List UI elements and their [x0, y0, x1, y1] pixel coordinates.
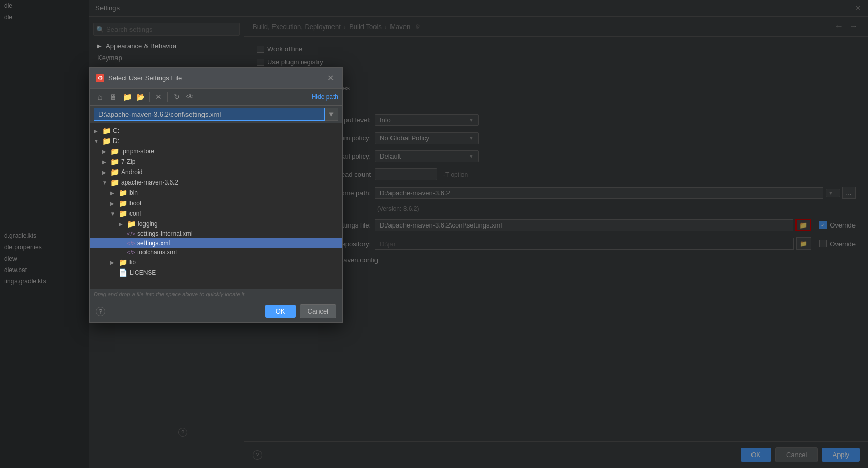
tree-item-apache-maven[interactable]: ▼ 📁 apache-maven-3.6.2	[90, 177, 342, 188]
tree-label: Android	[121, 168, 142, 176]
dialog-close-button[interactable]: ✕	[325, 72, 336, 84]
tree-arrow: ▼	[94, 138, 102, 144]
folder-icon: 📁	[119, 258, 127, 266]
xml-icon: </>	[127, 240, 135, 246]
tree-arrow: ▶	[94, 128, 102, 134]
select-user-settings-dialog: ⚙ Select User Settings File ✕ ⌂ 🖥 📁 📂 ✕ …	[89, 67, 343, 323]
folder-icon: 📁	[119, 199, 127, 207]
tree-arrow: ▶	[110, 260, 119, 265]
tree-label: bin	[129, 189, 138, 196]
tree-item-bin[interactable]: ▶ 📁 bin	[90, 188, 342, 198]
folder-icon: 📁	[102, 126, 111, 135]
tree-item-settings-xml[interactable]: </> settings.xml	[90, 238, 342, 248]
tree-arrow: ▶	[102, 159, 110, 165]
folder-icon: 📁	[127, 220, 136, 228]
folder-icon: 📁	[110, 158, 119, 166]
dialog-cancel-button[interactable]: Cancel	[300, 304, 336, 318]
tree-label: C:	[113, 127, 119, 134]
tree-label: apache-maven-3.6.2	[121, 179, 178, 186]
tree-label: conf	[129, 210, 141, 217]
ide-background: dle dle d.gradle.kts dle.properties dlew…	[0, 0, 868, 468]
tree-item-toolchains[interactable]: </> toolchains.xml	[90, 248, 342, 257]
toolbar-separator2	[167, 92, 168, 102]
folder-icon: 📁	[110, 168, 119, 176]
tree-label: settings.xml	[137, 239, 170, 247]
toolbar-refresh-button[interactable]: ↻	[170, 91, 183, 103]
dialog-help-icon[interactable]: ?	[96, 307, 105, 316]
toolbar-folder-add-button[interactable]: 📂	[134, 91, 147, 103]
toolbar-eye-button[interactable]: 👁	[184, 91, 196, 103]
tree-arrow: ▶	[102, 169, 110, 175]
tree-item-settings-internal[interactable]: </> settings-internal.xml	[90, 229, 342, 238]
tree-arrow: ▶	[110, 201, 119, 206]
tree-item-boot[interactable]: ▶ 📁 boot	[90, 198, 342, 208]
xml-icon: </>	[127, 249, 135, 256]
folder-icon: 📁	[110, 147, 119, 155]
tree-item-c[interactable]: ▶ 📁 C:	[90, 125, 342, 136]
hide-path-button[interactable]: Hide path	[312, 93, 338, 101]
tree-label: settings-internal.xml	[137, 230, 193, 237]
toolbar-home-button[interactable]: ⌂	[94, 91, 106, 103]
folder-icon: 📁	[110, 178, 119, 187]
tree-item-lib[interactable]: ▶ 📁 lib	[90, 257, 342, 267]
tree-item-7zip[interactable]: ▶ 📁 7-Zip	[90, 157, 342, 167]
dialog-path-container: ▼	[94, 108, 338, 121]
dialog-buttons: ? OK Cancel	[90, 300, 342, 322]
dialog-overlay: ⚙ Select User Settings File ✕ ⌂ 🖥 📁 📂 ✕ …	[0, 0, 868, 468]
folder-icon: 📁	[119, 209, 127, 218]
folder-icon: 📁	[102, 137, 111, 145]
xml-icon: </>	[127, 231, 135, 237]
toolbar-folder-button[interactable]: 📁	[121, 91, 133, 103]
dialog-title-icon: ⚙	[96, 74, 104, 82]
dialog-title-bar: ⚙ Select User Settings File ✕	[90, 68, 342, 89]
dialog-path-input[interactable]	[94, 108, 325, 121]
toolbar-monitor-button[interactable]: 🖥	[107, 91, 120, 103]
tree-label: lib	[129, 259, 136, 266]
tree-arrow: ▶	[119, 221, 127, 227]
tree-label: 7-Zip	[121, 158, 135, 165]
toolbar-separator	[149, 92, 150, 102]
dialog-toolbar: ⌂ 🖥 📁 📂 ✕ ↻ 👁 Hide path	[90, 89, 342, 106]
tree-arrow: ▼	[102, 180, 110, 186]
tree-item-android[interactable]: ▶ 📁 Android	[90, 167, 342, 177]
dialog-ok-button[interactable]: OK	[265, 305, 296, 318]
tree-label: logging	[138, 220, 158, 228]
dialog-title-text: Select User Settings File	[108, 74, 182, 82]
tree-item-logging[interactable]: ▶ 📁 logging	[90, 219, 342, 229]
tree-item-pnpm[interactable]: ▶ 📁 .pnpm-store	[90, 146, 342, 157]
dialog-path-dropdown[interactable]: ▼	[325, 108, 338, 121]
dialog-hint: Drag and drop a file into the space abov…	[90, 289, 342, 300]
tree-item-license[interactable]: 📄 LICENSE	[90, 267, 342, 278]
tree-label: toolchains.xml	[137, 249, 177, 256]
dialog-file-tree[interactable]: ▶ 📁 C: ▼ 📁 D: ▶ 📁 .pnpm-store	[90, 123, 342, 289]
tree-item-d[interactable]: ▼ 📁 D:	[90, 136, 342, 146]
tree-label: LICENSE	[129, 269, 156, 276]
toolbar-delete-button[interactable]: ✕	[152, 91, 165, 103]
tree-arrow: ▶	[102, 149, 110, 154]
tree-item-conf[interactable]: ▼ 📁 conf	[90, 208, 342, 219]
tree-label: D:	[113, 137, 119, 145]
tree-arrow: ▶	[110, 190, 119, 196]
tree-label: .pnpm-store	[121, 148, 154, 155]
folder-icon: 📁	[119, 189, 127, 197]
tree-arrow: ▼	[110, 211, 119, 217]
tree-label: boot	[129, 200, 141, 207]
file-icon: 📄	[119, 268, 127, 277]
dialog-title-content: ⚙ Select User Settings File	[96, 74, 182, 82]
